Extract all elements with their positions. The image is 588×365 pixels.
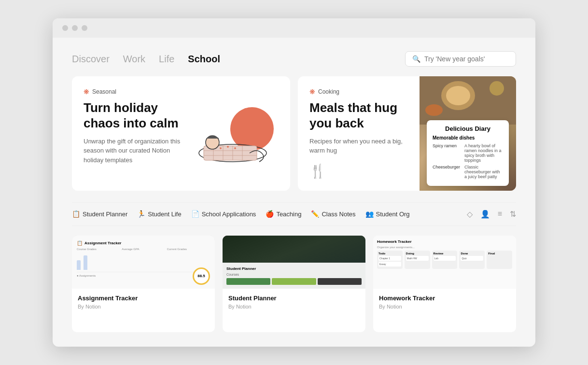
seasonal-desc: Unwrap the gift of organization this sea… (84, 137, 190, 165)
diary-row-2: Cheeseburger Classic cheeseburger with a… (433, 165, 503, 179)
cooking-title: Meals that hug you back (309, 100, 406, 130)
cat-student-planner[interactable]: 📋 Student Planner (72, 210, 127, 218)
cat-actions: ◇ 👤 ≡ ⇅ (467, 210, 516, 219)
cooking-badge-icon: ❋ (309, 88, 315, 96)
courses-label: Courses (226, 273, 362, 276)
hw-item-1: Chapter 1 (378, 256, 401, 261)
svg-point-15 (446, 86, 470, 105)
template-card-homework[interactable]: Homework Tracker Organize your assignmen… (373, 236, 516, 332)
svg-point-10 (220, 147, 222, 149)
nav-discover[interactable]: Discover (72, 54, 110, 65)
seasonal-badge-icon: ❋ (84, 88, 89, 96)
hero-card-cooking[interactable]: ❋ Cooking Meals that hug you back Recipe… (298, 76, 516, 190)
hw-item-2: Essay (378, 262, 401, 267)
filter-icon[interactable]: ≡ (498, 210, 502, 218)
hero-card-seasonal[interactable]: ❋ Seasonal Turn holiday chaos into calm … (72, 76, 290, 190)
cooking-desc: Recipes for when you need a big, warm hu… (309, 137, 408, 155)
student-life-label: Student Life (148, 211, 181, 218)
search-box[interactable]: 🔍 (405, 51, 516, 67)
browser-dot-green (82, 25, 87, 31)
nav-row: Discover Work Life School 🔍 (72, 38, 516, 76)
svg-point-18 (490, 81, 504, 96)
hw-col-review: Review Lab (432, 251, 458, 269)
template-grid: 📋 Assignment Tracker Course Grades Avera… (72, 236, 516, 332)
nav-links: Discover Work Life School (72, 54, 220, 65)
assignment-tracker-name: Assignment Tracker (78, 295, 209, 302)
planner-overlay: Student Planner Courses (223, 263, 365, 289)
diary-item-name-1: Spicy ramen (433, 143, 462, 163)
diary-row-1: Spicy ramen A hearty bowl of ramen noodl… (433, 143, 503, 163)
hw-desc: Organize your assignments... (377, 246, 512, 249)
student-org-label: Student Org (376, 211, 410, 218)
cat-student-life[interactable]: 🏃 Student Life (137, 210, 181, 218)
hw-item-3: Math HW (406, 256, 429, 261)
hw-item-5: Quiz (461, 256, 483, 261)
fork-knife-icon: 🍴 (309, 163, 408, 179)
search-input[interactable] (424, 55, 509, 63)
cat-class-notes[interactable]: ✏️ Class Notes (311, 210, 355, 218)
cooking-card-image: Delicious Diary Memorable dishes Spicy r… (420, 76, 516, 190)
svg-point-12 (234, 147, 236, 149)
assignment-tracker-preview: 📋 Assignment Tracker Course Grades Avera… (72, 236, 215, 289)
homework-tracker-preview: Homework Tracker Organize your assignmen… (373, 236, 516, 289)
student-planner-author: By Notion (228, 304, 360, 309)
class-notes-icon: ✏️ (311, 210, 319, 218)
student-planner-label: Student Planner (83, 211, 127, 218)
sort-icon[interactable]: ⇅ (510, 210, 516, 219)
assignment-tracker-info: Assignment Tracker By Notion (72, 289, 215, 315)
bar-2 (84, 255, 87, 270)
diary-item-desc-1: A hearty bowl of ramen noodles in a spic… (464, 143, 503, 163)
planner-courses (226, 278, 362, 285)
nav-life[interactable]: Life (159, 54, 174, 65)
nav-school[interactable]: School (188, 54, 220, 65)
homework-tracker-info: Homework Tracker By Notion (373, 289, 516, 315)
cat-school-applications[interactable]: 📄 School Applications (191, 210, 256, 218)
hw-col-done: Done Quiz (459, 251, 485, 269)
homework-tracker-name: Homework Tracker (379, 295, 510, 302)
school-applications-label: School Applications (202, 211, 256, 218)
category-row: 📋 Student Planner 🏃 Student Life 📄 Schoo… (72, 202, 516, 226)
cat-student-org[interactable]: 👥 Student Org (365, 210, 410, 218)
hw-col-todo-title: Todo (378, 252, 401, 255)
teaching-label: Teaching (276, 211, 301, 218)
category-tabs: 📋 Student Planner 🏃 Student Life 📄 Schoo… (72, 210, 410, 218)
diary-item-name-2: Cheeseburger (433, 165, 462, 179)
diary-subtitle: Memorable dishes (433, 135, 503, 140)
class-notes-label: Class Notes (322, 211, 355, 218)
hw-col-final-title: Final (488, 252, 511, 255)
student-life-icon: 🏃 (137, 210, 145, 218)
hw-col-final: Final (487, 251, 512, 269)
student-planner-name: Student Planner (228, 295, 360, 302)
seasonal-badge-label: Seasonal (92, 88, 116, 95)
template-card-assignment[interactable]: 📋 Assignment Tracker Course Grades Avera… (72, 236, 215, 332)
student-org-icon: 👥 (365, 210, 374, 218)
student-planner-info: Student Planner By Notion (223, 289, 365, 315)
diary-card: Delicious Diary Memorable dishes Spicy r… (427, 120, 509, 186)
bookmark-icon[interactable]: ◇ (467, 210, 473, 219)
hw-col-doing: Doing Math HW (405, 251, 430, 269)
template-card-planner[interactable]: Student Planner Courses Student Planner … (223, 236, 365, 332)
hw-item-4: Lab (434, 256, 456, 261)
tracker-headers: Course Grades Average GPA Current Grades (77, 248, 210, 251)
tracker-bars (77, 255, 87, 270)
assignment-tracker-author: By Notion (78, 304, 209, 309)
user-icon[interactable]: 👤 (480, 210, 490, 219)
nav-work[interactable]: Work (123, 54, 145, 65)
student-planner-icon: 📋 (72, 210, 80, 218)
svg-point-11 (227, 146, 229, 148)
svg-point-17 (425, 104, 443, 116)
browser-dot-yellow (72, 25, 78, 31)
bar-1 (77, 260, 81, 270)
tracker-title-preview: 📋 Assignment Tracker (77, 240, 210, 246)
diary-title: Delicious Diary (433, 125, 503, 132)
assignments-section: ● Assignments (77, 272, 210, 277)
gpa-circle: 88.5 (193, 267, 210, 285)
browser-window: Discover Work Life School 🔍 ❋ Seasonal T… (53, 18, 535, 346)
hero-cards: ❋ Seasonal Turn holiday chaos into calm … (72, 76, 516, 190)
course-block-2 (272, 278, 316, 285)
hw-kanban: Todo Chapter 1 Essay Doing Math HW Revie… (377, 251, 512, 269)
cat-teaching[interactable]: 🍎 Teaching (266, 210, 301, 218)
seasonal-title: Turn holiday chaos into calm (84, 100, 180, 130)
course-block-1 (226, 278, 270, 285)
cooking-card-text: ❋ Cooking Meals that hug you back Recipe… (298, 76, 420, 190)
